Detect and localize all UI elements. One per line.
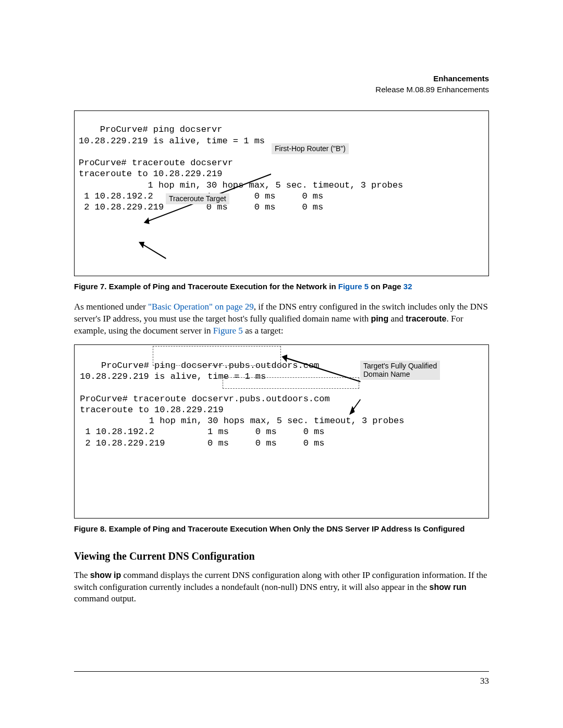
footer-rule [74, 671, 489, 672]
header-subtitle: Release M.08.89 Enhancements [375, 85, 489, 94]
callout-first-hop-router: First-Hop Router ("B") [272, 143, 349, 154]
figure7-caption-link2[interactable]: 32 [403, 282, 412, 291]
svg-line-3 [352, 399, 360, 410]
figure7-codebox: ProCurve# ping docservr 10.28.229.219 is… [74, 110, 489, 276]
figure8-code: ProCurve# ping docservr.pubs.outdoors.co… [75, 361, 405, 448]
page-header: Enhancements Release M.08.89 Enhancement… [74, 73, 489, 95]
figure8-codebox: ProCurve# ping docservr.pubs.outdoors.co… [74, 344, 489, 519]
figure7-caption-link1[interactable]: Figure 5 [338, 282, 369, 291]
figure8-caption: Figure 8. Example of Ping and Traceroute… [74, 524, 489, 534]
page: Enhancements Release M.08.89 Enhancement… [0, 0, 563, 728]
callout-traceroute-target: Traceroute Target [166, 193, 229, 204]
header-title: Enhancements [433, 74, 489, 83]
paragraph-2: The show ip command displays the current… [74, 570, 489, 606]
link-basic-operation[interactable]: "Basic Operation" on page 29 [148, 302, 254, 312]
subhead-viewing-dns: Viewing the Current DNS Configuration [74, 549, 489, 563]
dashbox-ping-fqdn [153, 346, 281, 366]
dashbox-traceroute-fqdn [223, 377, 359, 389]
figure7-code: ProCurve# ping docservr 10.28.229.219 is… [79, 125, 403, 212]
link-figure5[interactable]: Figure 5 [213, 326, 243, 336]
callout-fqdn: Target's Fully Qualified Domain Name [360, 361, 440, 380]
figure7-caption: Figure 7. Example of Ping and Traceroute… [74, 281, 489, 292]
paragraph-1: As mentioned under "Basic Operation" on … [74, 301, 489, 337]
page-number: 33 [480, 675, 489, 687]
svg-line-1 [142, 244, 166, 258]
